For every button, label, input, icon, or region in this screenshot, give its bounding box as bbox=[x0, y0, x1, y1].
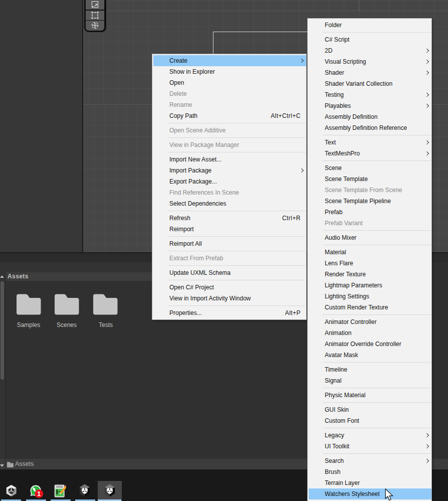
svg-text:1: 1 bbox=[37, 490, 41, 497]
